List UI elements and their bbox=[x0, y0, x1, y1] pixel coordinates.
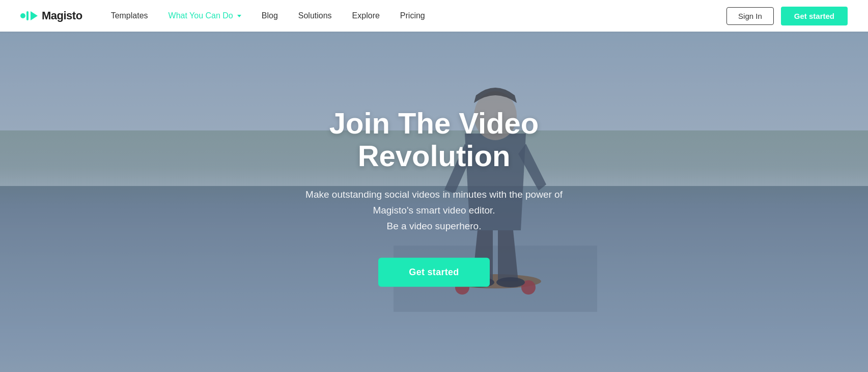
signin-button[interactable]: Sign In bbox=[726, 7, 774, 25]
nav-item-templates[interactable]: Templates bbox=[101, 0, 158, 32]
logo-text: Magisto bbox=[42, 9, 82, 22]
navbar-actions: Sign In Get started bbox=[726, 7, 848, 25]
nav-item-pricing[interactable]: Pricing bbox=[390, 0, 435, 32]
nav-item-blog[interactable]: Blog bbox=[251, 0, 288, 32]
logo-bar bbox=[26, 11, 29, 20]
nav-item-solutions[interactable]: Solutions bbox=[288, 0, 342, 32]
hero-title: Join The Video Revolution bbox=[256, 107, 612, 172]
main-nav: Templates What You Can Do Blog Solutions… bbox=[101, 0, 726, 32]
hero-section: Join The Video Revolution Make outstandi… bbox=[0, 0, 868, 372]
navbar: Magisto Templates What You Can Do Blog S… bbox=[0, 0, 868, 32]
nav-item-explore[interactable]: Explore bbox=[342, 0, 390, 32]
chevron-down-icon bbox=[237, 15, 241, 17]
get-started-hero-button[interactable]: Get started bbox=[378, 257, 489, 286]
hero-content: Join The Video Revolution Make outstandi… bbox=[256, 107, 612, 287]
hero-subtitle: Make outstanding social videos in minute… bbox=[256, 186, 612, 234]
logo-play-icon bbox=[31, 11, 38, 20]
nav-item-what-you-can-do[interactable]: What You Can Do bbox=[158, 0, 251, 32]
logo-dot bbox=[20, 13, 25, 18]
get-started-nav-button[interactable]: Get started bbox=[781, 7, 848, 25]
logo-link[interactable]: Magisto bbox=[20, 9, 82, 22]
logo-icon bbox=[20, 11, 38, 20]
